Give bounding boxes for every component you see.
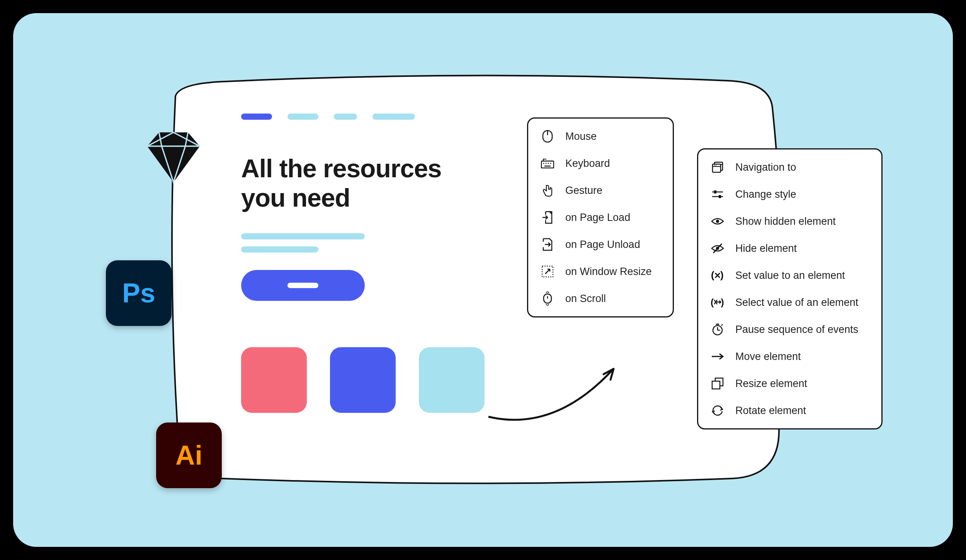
gesture-icon [541, 183, 554, 197]
action-rotate[interactable]: Rotate element [711, 404, 869, 417]
trigger-label: on Window Resize [565, 266, 652, 278]
trigger-label: on Scroll [565, 293, 606, 305]
action-resize[interactable]: Resize element [711, 377, 869, 390]
actions-menu: Navigation to Change style Show hidden e… [697, 148, 883, 429]
trigger-page-unload[interactable]: on Page Unload [541, 238, 660, 251]
trigger-keyboard[interactable]: Keyboard [541, 156, 660, 170]
svg-point-7 [550, 163, 551, 164]
trigger-label: Gesture [565, 185, 602, 197]
action-label: Pause sequence of events [735, 324, 858, 336]
svg-rect-19 [714, 190, 716, 193]
mouse-icon [541, 129, 554, 143]
show-hidden-icon [711, 214, 724, 228]
triggers-menu: Mouse Keyboard Gesture on Page Load on P… [527, 117, 674, 317]
sketch-app-icon [141, 123, 206, 189]
nav-pill [372, 114, 415, 120]
action-label: Navigation to [735, 161, 796, 173]
trigger-label: on Page Unload [565, 239, 640, 251]
diamond-icon [141, 123, 206, 189]
svg-point-5 [546, 163, 547, 164]
hide-element-icon [711, 241, 724, 255]
svg-point-6 [548, 163, 549, 164]
window-resize-icon [541, 265, 554, 278]
scroll-icon [541, 292, 554, 305]
illustrator-app-icon: Ai [156, 423, 222, 488]
page-unload-icon [541, 238, 554, 251]
svg-line-24 [713, 244, 722, 253]
svg-text:(: ( [711, 297, 714, 307]
svg-point-4 [543, 163, 544, 164]
nav-pill [334, 114, 357, 120]
trigger-gesture[interactable]: Gesture [541, 183, 660, 197]
action-set-value[interactable]: () Set value to an element [711, 268, 869, 282]
resize-icon [711, 377, 724, 390]
trigger-label: Mouse [565, 131, 597, 143]
action-label: Move element [735, 351, 801, 363]
svg-rect-3 [541, 161, 554, 168]
select-value-icon: () [711, 295, 724, 309]
action-pause[interactable]: Pause sequence of events [711, 322, 869, 336]
action-move[interactable]: Move element [711, 350, 869, 363]
page-load-icon [541, 210, 554, 224]
action-label: Select value of an element [735, 297, 858, 309]
action-show-hidden[interactable]: Show hidden element [711, 214, 869, 228]
action-label: Change style [735, 188, 796, 200]
trigger-label: Keyboard [565, 158, 610, 170]
svg-text:): ) [720, 270, 724, 281]
cta-button[interactable] [241, 270, 365, 301]
move-icon [711, 350, 724, 363]
action-label: Hide element [735, 243, 797, 255]
nav-pill [287, 114, 318, 120]
action-label: Rotate element [735, 405, 806, 417]
nav-pill-active [241, 114, 272, 120]
trigger-mouse[interactable]: Mouse [541, 129, 660, 143]
navigation-icon [711, 160, 724, 174]
rotate-icon [711, 404, 724, 417]
change-style-icon [711, 187, 724, 201]
svg-point-16 [714, 165, 715, 166]
subtext-placeholder [241, 233, 365, 253]
topbar-placeholder [241, 114, 415, 120]
svg-rect-21 [719, 195, 721, 198]
swatch-blue[interactable] [330, 347, 396, 413]
trigger-window-resize[interactable]: on Window Resize [541, 265, 660, 278]
svg-rect-14 [713, 164, 721, 172]
pause-icon [711, 322, 724, 336]
trigger-scroll[interactable]: on Scroll [541, 292, 660, 305]
keyboard-icon [541, 156, 554, 170]
connector-arrow [485, 363, 624, 432]
hero-headline: All the resourcesyou need [241, 154, 442, 213]
action-label: Show hidden element [735, 216, 836, 227]
cta-label-placeholder [287, 283, 318, 288]
action-select-value[interactable]: () Select value of an element [711, 295, 869, 309]
action-navigation[interactable]: Navigation to [711, 160, 869, 174]
svg-line-33 [721, 324, 723, 326]
ps-label: Ps [122, 278, 155, 309]
photoshop-app-icon: Ps [106, 260, 172, 326]
action-hide-element[interactable]: Hide element [711, 241, 869, 255]
svg-rect-32 [716, 324, 719, 325]
ai-label: Ai [175, 440, 202, 471]
svg-point-22 [716, 220, 719, 223]
swatch-cyan[interactable] [419, 347, 485, 413]
action-change-style[interactable]: Change style [711, 187, 869, 201]
svg-text:(: ( [711, 270, 714, 281]
color-swatches [241, 347, 485, 413]
svg-rect-36 [712, 381, 720, 389]
set-value-icon: () [711, 268, 724, 282]
svg-point-17 [716, 165, 716, 166]
svg-marker-0 [147, 132, 200, 182]
swatch-red[interactable] [241, 347, 307, 413]
action-label: Resize element [735, 378, 807, 390]
action-label: Set value to an element [735, 270, 845, 282]
trigger-label: on Page Load [565, 212, 630, 224]
trigger-page-load[interactable]: on Page Load [541, 210, 660, 224]
